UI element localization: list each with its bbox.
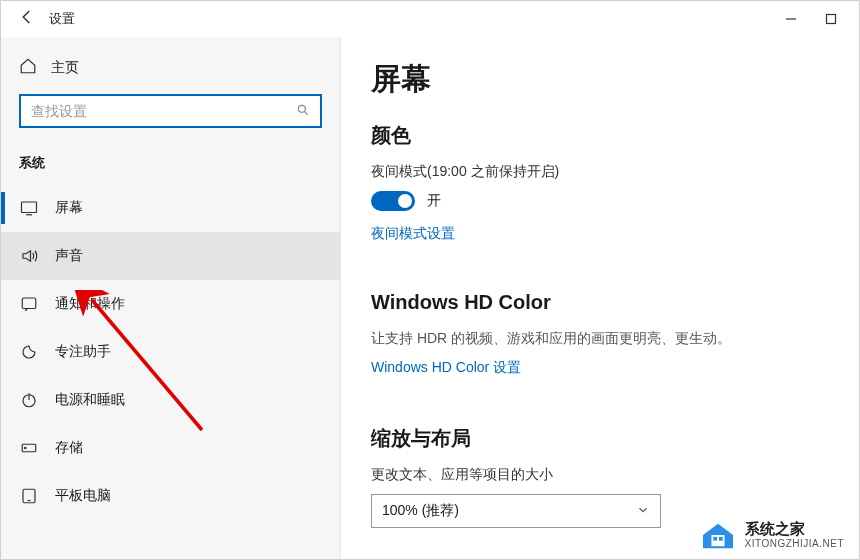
- svg-rect-1: [827, 15, 836, 24]
- sidebar-section-title: 系统: [1, 144, 340, 184]
- svg-point-2: [298, 105, 305, 112]
- section-hd-color: Windows HD Color 让支持 HDR 的视频、游戏和应用的画面更明亮…: [371, 291, 829, 399]
- sidebar-nav-list: 屏幕 声音 通知和操作: [1, 184, 340, 520]
- back-button[interactable]: [9, 8, 45, 31]
- sidebar-item-notifications[interactable]: 通知和操作: [1, 280, 340, 328]
- hd-color-settings-link[interactable]: Windows HD Color 设置: [371, 359, 521, 377]
- settings-window: 设置 主页 系统: [0, 0, 860, 560]
- sidebar-item-tablet[interactable]: 平板电脑: [1, 472, 340, 520]
- sidebar-item-label: 平板电脑: [55, 487, 111, 505]
- power-icon: [19, 391, 39, 409]
- night-mode-toggle[interactable]: [371, 191, 415, 211]
- section-scale: 缩放与布局 更改文本、应用等项目的大小 100% (推荐): [371, 425, 829, 528]
- search-input[interactable]: [31, 103, 296, 119]
- svg-line-3: [305, 111, 308, 114]
- notifications-icon: [19, 295, 39, 313]
- night-mode-label: 夜间模式(19:00 之前保持开启): [371, 163, 829, 181]
- titlebar: 设置: [1, 1, 859, 37]
- scale-heading: 缩放与布局: [371, 425, 829, 452]
- section-color: 颜色 夜间模式(19:00 之前保持开启) 开 夜间模式设置: [371, 122, 829, 265]
- sidebar-item-label: 通知和操作: [55, 295, 125, 313]
- sidebar-item-storage[interactable]: 存储: [1, 424, 340, 472]
- sound-icon: [19, 247, 39, 265]
- hd-color-heading: Windows HD Color: [371, 291, 829, 314]
- sidebar: 主页 系统 屏幕: [1, 37, 341, 559]
- home-icon: [19, 57, 37, 78]
- night-mode-toggle-row: 开: [371, 191, 829, 211]
- scale-label: 更改文本、应用等项目的大小: [371, 466, 829, 484]
- tablet-icon: [19, 487, 39, 505]
- scale-select[interactable]: 100% (推荐): [371, 494, 661, 528]
- sidebar-item-label: 存储: [55, 439, 83, 457]
- search-input-box[interactable]: [19, 94, 322, 128]
- sidebar-item-label: 专注助手: [55, 343, 111, 361]
- sidebar-item-sound[interactable]: 声音: [1, 232, 340, 280]
- search-icon: [296, 103, 310, 120]
- sidebar-item-label: 电源和睡眠: [55, 391, 125, 409]
- page-title: 屏幕: [371, 59, 829, 100]
- svg-rect-4: [22, 202, 37, 213]
- maximize-button[interactable]: [811, 5, 851, 33]
- sidebar-item-label: 屏幕: [55, 199, 83, 217]
- color-heading: 颜色: [371, 122, 829, 149]
- sidebar-item-display[interactable]: 屏幕: [1, 184, 340, 232]
- sidebar-item-label: 声音: [55, 247, 83, 265]
- toggle-state-label: 开: [427, 192, 441, 210]
- storage-icon: [19, 439, 39, 457]
- display-icon: [19, 199, 39, 217]
- content-area: 屏幕 颜色 夜间模式(19:00 之前保持开启) 开 夜间模式设置 Window…: [341, 37, 859, 559]
- window-title: 设置: [49, 10, 75, 28]
- hd-color-description: 让支持 HDR 的视频、游戏和应用的画面更明亮、更生动。: [371, 328, 829, 349]
- window-body: 主页 系统 屏幕: [1, 37, 859, 559]
- search-container: [1, 94, 340, 144]
- night-mode-settings-link[interactable]: 夜间模式设置: [371, 225, 455, 243]
- scale-select-value: 100% (推荐): [382, 502, 459, 520]
- home-button[interactable]: 主页: [1, 49, 340, 94]
- sidebar-item-focus[interactable]: 专注助手: [1, 328, 340, 376]
- svg-rect-6: [22, 298, 36, 309]
- home-label: 主页: [51, 59, 79, 77]
- focus-icon: [19, 343, 39, 361]
- sidebar-item-power[interactable]: 电源和睡眠: [1, 376, 340, 424]
- chevron-down-icon: [636, 503, 650, 520]
- svg-point-10: [25, 447, 27, 449]
- toggle-knob: [398, 194, 412, 208]
- minimize-button[interactable]: [771, 5, 811, 33]
